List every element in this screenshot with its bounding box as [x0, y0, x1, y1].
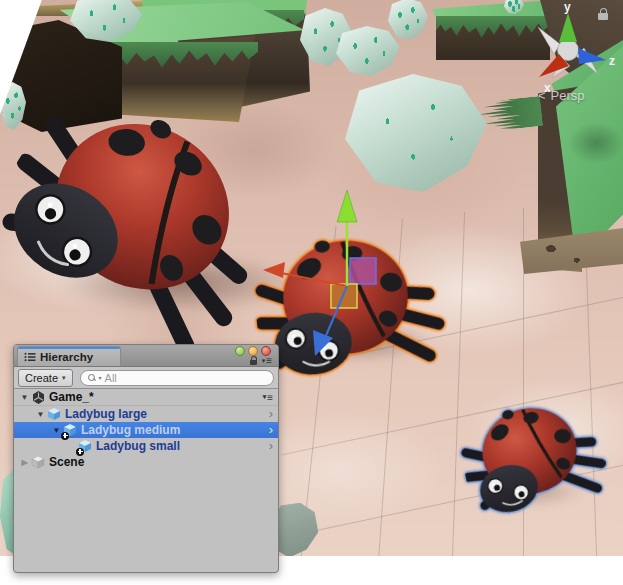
- grid-line: [452, 212, 465, 556]
- foldout-arrow[interactable]: ▼: [34, 410, 47, 419]
- persp-arrow-icon: <: [538, 88, 546, 103]
- hierarchy-toolbar: Create ▾ ▾ All: [14, 367, 278, 389]
- chevron-right-icon[interactable]: ›: [269, 441, 273, 451]
- tree-row-ladybug-large[interactable]: ▼ Ladybug large ›: [14, 406, 278, 422]
- caret-down-icon: ▾: [262, 357, 266, 364]
- tree-row-scene[interactable]: ▶ Scene: [14, 454, 278, 470]
- z-axis-label: z: [609, 54, 615, 68]
- gameobject-cube-icon: [31, 455, 46, 470]
- y-axis-cone[interactable]: [559, 13, 577, 42]
- search-icon: [88, 374, 96, 382]
- prefab-cube-icon: [47, 407, 62, 422]
- x-axis-arrowhead[interactable]: [263, 262, 285, 278]
- move-gizmo-plane-handle[interactable]: [350, 258, 376, 284]
- window-button-yellow[interactable]: [248, 346, 258, 356]
- object-label: Ladybug large: [65, 407, 147, 421]
- z-axis-cone[interactable]: [578, 48, 606, 64]
- create-button[interactable]: Create ▾: [18, 369, 73, 387]
- tree-row-ladybug-small[interactable]: Ladybug small ›: [14, 438, 278, 454]
- ladybug-small[interactable]: [451, 379, 615, 526]
- scene-lock-icon[interactable]: [598, 8, 609, 21]
- hierarchy-window[interactable]: Hierarchy ▾ ≡ Create ▾ ▾: [13, 344, 279, 573]
- unity-logo-icon: [31, 390, 46, 405]
- prefab-cube-plus-icon: [78, 439, 93, 454]
- window-button-green[interactable]: [235, 346, 245, 356]
- hierarchy-tab-icon: [24, 352, 36, 362]
- hierarchy-tab[interactable]: Hierarchy: [17, 346, 121, 366]
- panel-lock-icon[interactable]: [250, 356, 258, 365]
- hierarchy-tree: ▼ Game_* ▾ ≡ ▼: [14, 389, 278, 470]
- z-axis-arrowhead[interactable]: [313, 330, 333, 356]
- projection-label[interactable]: < Persp: [538, 88, 585, 103]
- persp-text: Persp: [551, 88, 585, 103]
- x-axis-arrow[interactable]: [281, 273, 347, 286]
- caret-down-icon: ▾: [62, 374, 66, 382]
- y-axis-arrowhead[interactable]: [337, 190, 357, 222]
- crystal[interactable]: [336, 26, 400, 76]
- hierarchy-tab-label: Hierarchy: [40, 351, 93, 363]
- lock-body: [598, 13, 608, 20]
- y-axis-label: y: [564, 0, 571, 14]
- crystal[interactable]: [388, 0, 428, 40]
- prefab-cube-plus-icon: [63, 423, 78, 438]
- chevron-right-icon[interactable]: ›: [269, 425, 273, 435]
- tree-row-ladybug-medium-selected[interactable]: ▼ Ladybug medium ›: [14, 422, 278, 438]
- panel-menu-icon[interactable]: ▾ ≡: [262, 356, 272, 365]
- object-label: Ladybug medium: [81, 423, 180, 437]
- tree-row-scene-root[interactable]: ▼ Game_* ▾ ≡: [14, 389, 278, 406]
- search-caret-icon: ▾: [99, 374, 102, 381]
- scene-options-icon[interactable]: ▾ ≡: [263, 392, 273, 403]
- foldout-arrow-collapsed[interactable]: ▶: [18, 458, 31, 467]
- move-gizmo-plane-handle[interactable]: [331, 284, 357, 308]
- hierarchy-tabbar: Hierarchy ▾ ≡: [14, 345, 278, 367]
- unity-editor-screenshot: y z x < Persp Hierarchy: [0, 0, 623, 585]
- crystal-large[interactable]: [345, 74, 487, 192]
- object-label: Scene: [49, 455, 84, 469]
- create-button-label: Create: [25, 372, 58, 384]
- negative-axis-cone[interactable]: [538, 27, 560, 54]
- tab-tools: ▾ ≡: [250, 356, 272, 365]
- search-filter-value: All: [105, 372, 117, 384]
- object-label: Ladybug small: [96, 439, 180, 453]
- search-input[interactable]: ▾ All: [80, 370, 274, 386]
- scene-root-label: Game_*: [49, 390, 94, 404]
- chevron-right-icon[interactable]: ›: [269, 409, 273, 419]
- foldout-arrow[interactable]: ▼: [18, 393, 31, 402]
- menu-lines-icon: ≡: [266, 356, 272, 365]
- move-gizmo[interactable]: [247, 178, 447, 363]
